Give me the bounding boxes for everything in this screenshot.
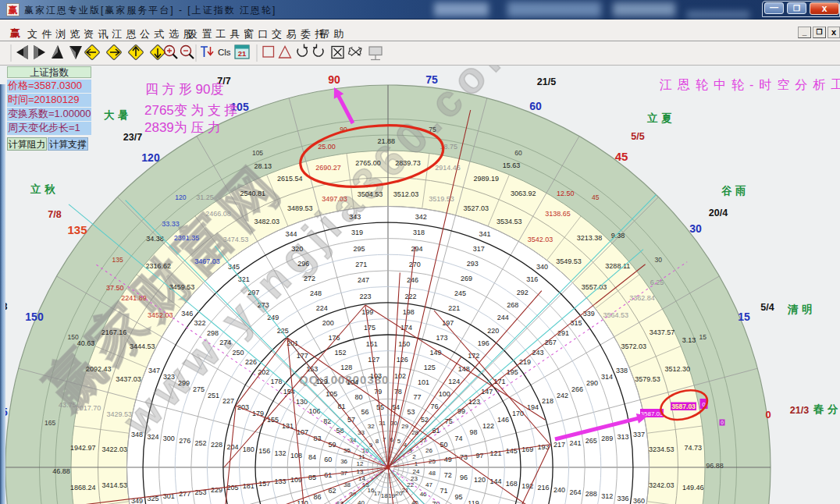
svg-text:108: 108 bbox=[290, 452, 302, 460]
svg-text:149.46: 149.46 bbox=[682, 484, 704, 492]
svg-text:3437.03: 3437.03 bbox=[116, 375, 141, 383]
svg-text:大暑: 大暑 bbox=[104, 109, 132, 121]
svg-text:169: 169 bbox=[521, 445, 533, 453]
svg-text:60: 60 bbox=[529, 100, 542, 112]
svg-text:242: 242 bbox=[557, 392, 568, 399]
svg-text:223: 223 bbox=[360, 293, 372, 300]
svg-text:315: 315 bbox=[570, 319, 582, 327]
svg-text:15: 15 bbox=[699, 333, 707, 341]
svg-text:125: 125 bbox=[424, 364, 436, 371]
svg-text:168: 168 bbox=[506, 480, 518, 488]
svg-text:130: 130 bbox=[296, 398, 308, 406]
svg-text:300: 300 bbox=[163, 435, 175, 442]
svg-text:24: 24 bbox=[413, 468, 420, 475]
svg-text:323: 323 bbox=[163, 373, 175, 381]
svg-text:8: 8 bbox=[376, 438, 379, 445]
svg-text:217: 217 bbox=[553, 441, 565, 449]
svg-text:247: 247 bbox=[358, 276, 369, 284]
svg-text:2: 2 bbox=[412, 453, 416, 460]
svg-text:3437.57: 3437.57 bbox=[650, 328, 675, 336]
svg-text:60: 60 bbox=[514, 149, 522, 157]
svg-text:7/8: 7/8 bbox=[48, 209, 61, 220]
svg-text:270: 270 bbox=[409, 261, 421, 268]
svg-text:105: 105 bbox=[252, 149, 263, 157]
svg-text:23/7: 23/7 bbox=[123, 132, 142, 143]
svg-text:299: 299 bbox=[178, 379, 190, 387]
svg-text:26: 26 bbox=[425, 447, 432, 454]
svg-text:1942.97: 1942.97 bbox=[70, 444, 96, 452]
svg-text:170: 170 bbox=[512, 410, 524, 417]
svg-text:2540.81: 2540.81 bbox=[240, 190, 266, 197]
svg-text:135: 135 bbox=[67, 223, 87, 236]
svg-text:3213.38: 3213.38 bbox=[577, 234, 603, 242]
svg-text:76: 76 bbox=[431, 403, 439, 410]
svg-text:344: 344 bbox=[285, 230, 297, 238]
svg-text:3564.53: 3564.53 bbox=[603, 311, 629, 319]
svg-text:346: 346 bbox=[181, 310, 193, 318]
svg-text:276: 276 bbox=[179, 437, 190, 445]
svg-text:196: 196 bbox=[478, 339, 489, 347]
svg-text:264: 264 bbox=[569, 488, 581, 496]
svg-text:157: 157 bbox=[258, 480, 270, 488]
svg-text:347: 347 bbox=[148, 367, 160, 374]
svg-text:343: 343 bbox=[349, 213, 361, 221]
svg-text:15.63: 15.63 bbox=[503, 161, 521, 169]
svg-text:144: 144 bbox=[489, 477, 501, 485]
svg-text:120: 120 bbox=[141, 151, 160, 164]
svg-text:2989.19: 2989.19 bbox=[474, 175, 500, 183]
svg-text:244: 244 bbox=[497, 314, 509, 321]
svg-text:298: 298 bbox=[207, 329, 219, 337]
svg-text:3444.53: 3444.53 bbox=[130, 343, 155, 350]
svg-text:2765.00: 2765.00 bbox=[355, 159, 381, 167]
svg-text:272: 272 bbox=[304, 275, 315, 282]
svg-text:126: 126 bbox=[397, 356, 408, 364]
svg-text:清明: 清明 bbox=[787, 303, 816, 315]
svg-text:165: 165 bbox=[44, 419, 55, 427]
svg-text:82: 82 bbox=[323, 417, 331, 425]
svg-text:71: 71 bbox=[440, 487, 447, 495]
svg-text:181: 181 bbox=[243, 482, 254, 490]
svg-text:2690.27: 2690.27 bbox=[315, 164, 341, 172]
svg-text:72: 72 bbox=[444, 471, 452, 479]
svg-text:18: 18 bbox=[381, 492, 388, 499]
svg-text:174: 174 bbox=[400, 324, 412, 332]
svg-text:339: 339 bbox=[583, 310, 595, 318]
svg-text:316: 316 bbox=[526, 275, 538, 283]
svg-text:77: 77 bbox=[413, 393, 421, 401]
svg-text:80: 80 bbox=[354, 393, 362, 401]
svg-text:5: 5 bbox=[397, 438, 401, 445]
svg-text:133: 133 bbox=[275, 477, 287, 485]
svg-text:293: 293 bbox=[467, 260, 479, 268]
svg-text:312: 312 bbox=[601, 492, 613, 500]
svg-text:21.88: 21.88 bbox=[378, 137, 396, 145]
svg-text:229: 229 bbox=[211, 486, 222, 494]
svg-text:296: 296 bbox=[297, 260, 309, 268]
svg-text:2839.73: 2839.73 bbox=[395, 159, 421, 167]
svg-text:135: 135 bbox=[112, 256, 123, 264]
svg-text:3572.03: 3572.03 bbox=[621, 343, 647, 350]
svg-text:348: 348 bbox=[131, 431, 143, 438]
svg-text:2092.43: 2092.43 bbox=[86, 365, 112, 373]
svg-text:150: 150 bbox=[68, 333, 79, 341]
svg-text:21/5: 21/5 bbox=[537, 76, 556, 87]
svg-text:175: 175 bbox=[364, 324, 376, 332]
svg-text:立夏: 立夏 bbox=[646, 112, 675, 124]
svg-text:200: 200 bbox=[322, 319, 334, 327]
svg-text:3504.53: 3504.53 bbox=[358, 190, 383, 198]
svg-text:立秋: 立秋 bbox=[30, 183, 59, 195]
svg-text:288: 288 bbox=[586, 490, 597, 498]
svg-text:197: 197 bbox=[442, 319, 454, 327]
svg-text:176: 176 bbox=[328, 334, 340, 342]
svg-text:3429.53: 3429.53 bbox=[106, 410, 132, 418]
svg-text:5/4: 5/4 bbox=[760, 302, 774, 313]
svg-text:102: 102 bbox=[394, 372, 406, 380]
svg-text:37.50: 37.50 bbox=[106, 284, 124, 292]
svg-text:51: 51 bbox=[432, 427, 440, 435]
svg-text:360: 360 bbox=[633, 497, 645, 504]
svg-text:3497.03: 3497.03 bbox=[322, 195, 347, 203]
svg-text:241: 241 bbox=[569, 439, 581, 447]
svg-text:252: 252 bbox=[195, 439, 207, 447]
svg-text:100: 100 bbox=[439, 390, 450, 398]
svg-text:250: 250 bbox=[233, 349, 244, 357]
svg-text:2241.89: 2241.89 bbox=[121, 294, 147, 302]
